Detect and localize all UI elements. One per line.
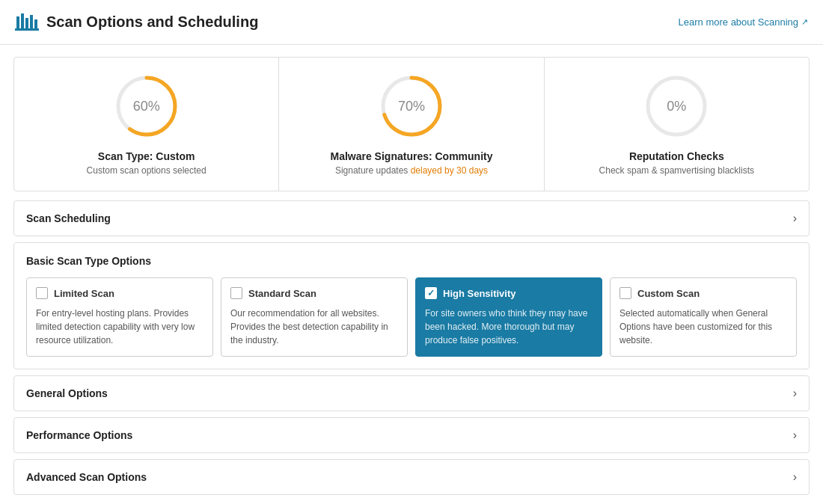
page-header: Scan Options and Scheduling Learn more a…: [0, 0, 823, 45]
svg-rect-2: [25, 18, 28, 28]
scan-card-high-sensitivity-header: High Sensitivity: [425, 287, 593, 299]
high-sensitivity-desc: For site owners who think they may have …: [425, 307, 593, 347]
advanced-scan-options-chevron: ›: [793, 470, 797, 484]
standard-scan-checkbox[interactable]: [230, 287, 242, 299]
scan-card-limited-header: Limited Scan: [36, 287, 204, 299]
custom-scan-label: Custom Scan: [637, 288, 700, 299]
limited-scan-desc: For entry-level hosting plans. Provides …: [36, 307, 204, 347]
svg-rect-3: [30, 15, 33, 28]
general-options-label: General Options: [26, 387, 108, 399]
header-left: Scan Options and Scheduling: [15, 10, 258, 34]
advanced-scan-options-label: Advanced Scan Options: [26, 471, 147, 483]
performance-options-section: Performance Options ›: [13, 417, 810, 453]
progress-circle-scan-type: 60%: [113, 73, 180, 140]
logo-icon: [15, 10, 39, 34]
scan-card-custom-header: Custom Scan: [619, 287, 787, 299]
scan-card-standard[interactable]: Standard Scan Our recommendation for all…: [221, 277, 408, 357]
advanced-scan-options-section: Advanced Scan Options ›: [13, 459, 810, 495]
standard-scan-desc: Our recommendation for all websites. Pro…: [230, 307, 398, 347]
summary-card-malware: 70% Malware Signatures: Community Signat…: [279, 58, 544, 191]
svg-rect-0: [16, 16, 19, 28]
basic-scan-type-title: Basic Scan Type Options: [26, 255, 797, 267]
content-area: 60% Scan Type: Custom Custom scan option…: [0, 45, 823, 504]
basic-scan-type-section: Basic Scan Type Options Limited Scan For…: [13, 242, 810, 369]
scan-type-cards: Limited Scan For entry-level hosting pla…: [26, 277, 797, 357]
progress-circle-reputation: 0%: [643, 73, 710, 140]
summary-card-reputation: 0% Reputation Checks Check spam & spamve…: [545, 58, 809, 191]
card-title-reputation: Reputation Checks: [629, 150, 724, 162]
card-title-malware: Malware Signatures: Community: [330, 150, 492, 162]
progress-circle-malware: 70%: [378, 73, 445, 140]
performance-options-chevron: ›: [793, 428, 797, 442]
standard-scan-label: Standard Scan: [248, 288, 316, 299]
high-sensitivity-label: High Sensitivity: [443, 288, 516, 299]
card-subtitle-malware: Signature updates delayed by 30 days: [335, 165, 488, 176]
performance-options-label: Performance Options: [26, 429, 132, 441]
circle-text-malware: 70%: [398, 99, 425, 114]
card-title-scan-type: Scan Type: Custom: [98, 150, 195, 162]
scan-card-custom[interactable]: Custom Scan Selected automatically when …: [610, 277, 797, 357]
learn-more-label: Learn more about Scanning: [679, 16, 798, 28]
limited-scan-label: Limited Scan: [54, 288, 114, 299]
svg-rect-4: [34, 19, 37, 28]
subtitle-delayed: delayed by 30 days: [411, 165, 488, 176]
learn-more-link[interactable]: Learn more about Scanning ↗: [679, 16, 808, 28]
limited-scan-checkbox[interactable]: [36, 287, 48, 299]
scan-scheduling-header[interactable]: Scan Scheduling ›: [14, 201, 809, 236]
scan-scheduling-label: Scan Scheduling: [26, 212, 111, 224]
general-options-chevron: ›: [793, 387, 797, 400]
page-title: Scan Options and Scheduling: [46, 13, 258, 31]
scan-scheduling-section: Scan Scheduling ›: [13, 200, 810, 236]
external-link-icon: ↗: [801, 17, 808, 27]
svg-rect-5: [15, 28, 39, 31]
card-subtitle-reputation: Check spam & spamvertising blacklists: [599, 165, 754, 176]
scan-scheduling-chevron: ›: [793, 212, 797, 225]
summary-card-scan-type: 60% Scan Type: Custom Custom scan option…: [14, 58, 279, 191]
circle-text-reputation: 0%: [667, 99, 686, 114]
scan-card-high-sensitivity[interactable]: High Sensitivity For site owners who thi…: [415, 277, 602, 357]
high-sensitivity-checkbox[interactable]: [425, 287, 437, 299]
subtitle-before: Signature updates: [335, 165, 411, 176]
general-options-section: General Options ›: [13, 375, 810, 411]
custom-scan-checkbox[interactable]: [619, 287, 631, 299]
summary-cards: 60% Scan Type: Custom Custom scan option…: [13, 57, 810, 191]
performance-options-header[interactable]: Performance Options ›: [14, 418, 809, 452]
scan-card-limited[interactable]: Limited Scan For entry-level hosting pla…: [26, 277, 213, 357]
card-subtitle-scan-type: Custom scan options selected: [87, 165, 206, 176]
page-wrapper: Scan Options and Scheduling Learn more a…: [0, 0, 823, 504]
advanced-scan-options-header[interactable]: Advanced Scan Options ›: [14, 460, 809, 494]
svg-rect-1: [21, 13, 24, 28]
general-options-header[interactable]: General Options ›: [14, 376, 809, 411]
circle-text-scan-type: 60%: [133, 99, 160, 114]
custom-scan-desc: Selected automatically when General Opti…: [619, 307, 787, 347]
scan-card-standard-header: Standard Scan: [230, 287, 398, 299]
